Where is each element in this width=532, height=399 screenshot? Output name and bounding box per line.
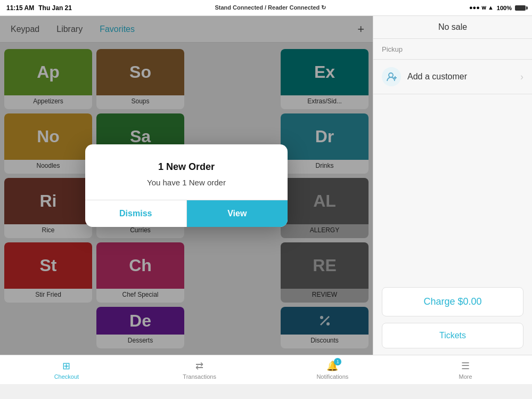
tickets-label: Tickets [439, 331, 466, 340]
nav-notifications[interactable]: 🔔 1 Notifications [266, 355, 399, 384]
svg-point-3 [389, 73, 393, 77]
status-day: Thu Jan 21 [38, 4, 72, 12]
nav-checkout[interactable]: ⊞ Checkout [0, 355, 133, 384]
charge-button[interactable]: Charge $0.00 [382, 287, 523, 316]
add-customer-text: Add a customer [407, 72, 520, 82]
more-icon: ☰ [461, 360, 470, 372]
chevron-right-icon: › [520, 71, 523, 83]
notification-count: 1 [334, 358, 341, 365]
no-sale-label: No sale [438, 22, 467, 32]
pickup-label: Pickup [382, 45, 403, 53]
transactions-icon: ⇄ [195, 360, 203, 372]
charge-label: Charge $0.00 [423, 296, 481, 307]
transactions-label: Transactions [183, 373, 216, 380]
modal-message: You have 1 New order [98, 178, 275, 187]
tickets-button[interactable]: Tickets [382, 323, 523, 348]
modal-body: 1 New Order You have 1 New order [85, 144, 288, 200]
main-layout: Keypad Library Favorites + Ap Appetizers… [0, 16, 532, 355]
status-time: 11:15 AM [6, 4, 34, 12]
modal-overlay: 1 New Order You have 1 New order Dismiss… [0, 16, 373, 355]
dismiss-button[interactable]: Dismiss [85, 200, 187, 227]
modal-box: 1 New Order You have 1 New order Dismiss… [85, 144, 288, 227]
add-customer-icon [382, 67, 401, 86]
connected-status: Stand Connected / Reader Connected ↻ [215, 4, 326, 11]
nav-transactions[interactable]: ⇄ Transactions [133, 355, 266, 384]
right-panel: No sale Pickup Add a customer › Charge $… [373, 16, 532, 355]
status-icons: ●●● 𝗐 ▲ 100% [469, 4, 526, 11]
checkout-label: Checkout [54, 373, 79, 380]
view-button[interactable]: View [187, 200, 288, 227]
left-panel: Keypad Library Favorites + Ap Appetizers… [0, 16, 373, 355]
nav-more[interactable]: ☰ More [399, 355, 532, 384]
modal-title: 1 New Order [98, 161, 275, 173]
right-header: No sale [373, 16, 532, 39]
notifications-label: Notifications [316, 373, 348, 380]
add-customer-row[interactable]: Add a customer › [373, 60, 532, 94]
bottom-nav: ⊞ Checkout ⇄ Transactions 🔔 1 Notificati… [0, 355, 532, 384]
modal-actions: Dismiss View [85, 200, 288, 227]
checkout-icon: ⊞ [62, 360, 70, 372]
right-spacer [373, 94, 532, 281]
notifications-badge-wrapper: 🔔 1 [326, 360, 338, 372]
more-label: More [459, 373, 472, 380]
status-bar: 11:15 AM Thu Jan 21 Stand Connected / Re… [0, 0, 532, 16]
pickup-section: Pickup [373, 39, 532, 60]
